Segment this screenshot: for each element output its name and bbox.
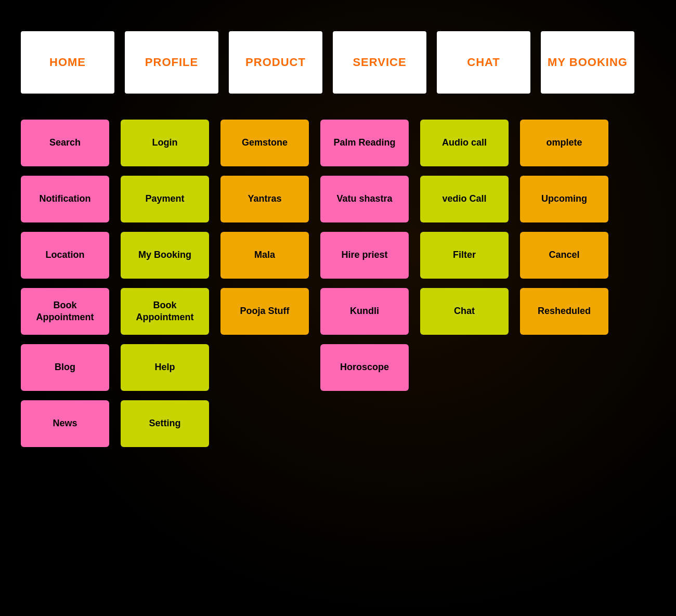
tile-vatu-shastra[interactable]: Vatu shastra [320,176,409,222]
tile-help[interactable]: Help [121,344,209,391]
tile-yantras[interactable]: Yantras [220,176,309,222]
tile-news[interactable]: News [21,400,109,447]
tile-empty1 [220,344,309,391]
tile-palm-reading[interactable]: Palm Reading [320,120,409,166]
tile-search[interactable]: Search [21,120,109,166]
tile-blog[interactable]: Blog [21,344,109,391]
nav-card-home[interactable]: HOME [21,31,114,94]
tile-gemstone[interactable]: Gemstone [220,120,309,166]
tile-kundli[interactable]: Kundli [320,288,409,335]
nav-card-profile[interactable]: PROFILE [125,31,218,94]
tile-empty2 [420,344,509,391]
tile-cancel[interactable]: Cancel [520,232,608,279]
tile-upcoming[interactable]: Upcoming [520,176,608,222]
tile-audio-call[interactable]: Audio call [420,120,509,166]
tile-mala[interactable]: Mala [220,232,309,279]
tile-empty7 [520,400,608,447]
nav-row: HOMEPROFILEPRODUCTSERVICECHATMY BOOKING [16,31,660,94]
tile-horoscope[interactable]: Horoscope [320,344,409,391]
nav-card-service[interactable]: SERVICE [333,31,426,94]
tile-empty5 [320,400,409,447]
tile-book-appointment-pink[interactable]: Book Appointment [21,288,109,335]
nav-card-chat[interactable]: CHAT [437,31,530,94]
tile-payment[interactable]: Payment [121,176,209,222]
tile-book-appointment-yg[interactable]: Book Appointment [121,288,209,335]
tile-resheduled[interactable]: Resheduled [520,288,608,335]
tile-empty3 [520,344,608,391]
tile-login[interactable]: Login [121,120,209,166]
tile-filter[interactable]: Filter [420,232,509,279]
tile-chat-tile[interactable]: Chat [420,288,509,335]
tile-empty4 [220,400,309,447]
tiles-grid: SearchLoginGemstonePalm ReadingAudio cal… [16,120,660,447]
tile-vedio-call[interactable]: vedio Call [420,176,509,222]
tile-location[interactable]: Location [21,232,109,279]
nav-card-product[interactable]: PRODUCT [229,31,322,94]
tile-complete[interactable]: omplete [520,120,608,166]
tile-pooja-stuff[interactable]: Pooja Stuff [220,288,309,335]
tile-hire-priest[interactable]: Hire priest [320,232,409,279]
tile-my-booking[interactable]: My Booking [121,232,209,279]
nav-card-my-booking[interactable]: MY BOOKING [541,31,634,94]
tile-empty6 [420,400,509,447]
tile-setting[interactable]: Setting [121,400,209,447]
tile-notification[interactable]: Notification [21,176,109,222]
